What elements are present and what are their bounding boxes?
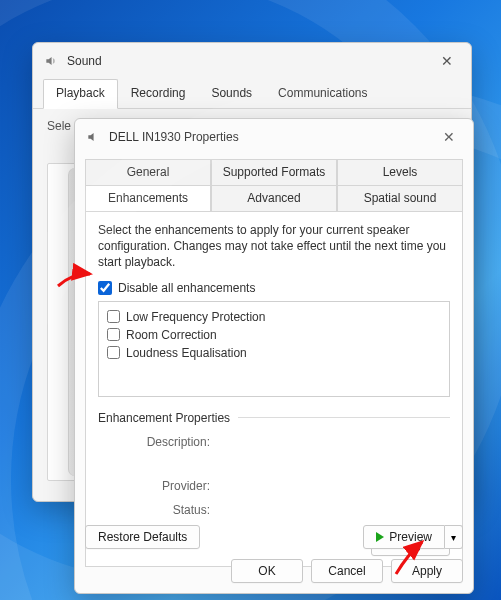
enhancement-properties-group: Enhancement Properties: [98, 411, 450, 425]
speaker-icon: [85, 129, 101, 145]
enhancements-description: Select the enhancements to apply for you…: [98, 222, 450, 271]
tab-levels[interactable]: Levels: [337, 159, 463, 185]
cancel-button[interactable]: Cancel: [311, 559, 383, 583]
sound-tabs: Playback Recording Sounds Communications: [33, 79, 471, 109]
list-item[interactable]: Loudness Equalisation: [107, 344, 441, 362]
prop-provider-row: Provider:: [98, 479, 450, 493]
ok-button[interactable]: OK: [231, 559, 303, 583]
prop-provider-label: Provider:: [98, 479, 218, 493]
prop-description-row: Description:: [98, 435, 450, 449]
annotation-arrow: [392, 538, 436, 582]
prop-status-row: Status:: [98, 503, 450, 517]
sound-device-list[interactable]: [47, 163, 87, 481]
apply-button[interactable]: Apply: [391, 559, 463, 583]
scrollbar[interactable]: [68, 168, 82, 476]
disable-all-checkbox[interactable]: [98, 281, 112, 295]
close-icon[interactable]: ✕: [433, 49, 461, 73]
properties-footer: Restore Defaults Preview ▾ OK Cancel App…: [85, 525, 463, 583]
disable-all-label: Disable all enhancements: [118, 281, 255, 295]
preview-split-button[interactable]: Preview ▾: [363, 525, 463, 549]
prop-status-label: Status:: [98, 503, 218, 517]
chevron-down-icon: ▾: [451, 532, 456, 543]
preview-dropdown[interactable]: ▾: [445, 525, 463, 549]
low-frequency-checkbox[interactable]: [107, 310, 120, 323]
room-correction-checkbox[interactable]: [107, 328, 120, 341]
annotation-arrow: [56, 268, 96, 296]
tab-recording[interactable]: Recording: [118, 79, 199, 108]
list-item[interactable]: Low Frequency Protection: [107, 308, 441, 326]
tab-enhancements[interactable]: Enhancements: [85, 185, 211, 212]
list-item-label: Room Correction: [126, 328, 217, 342]
tab-advanced[interactable]: Advanced: [211, 185, 337, 212]
group-label: Enhancement Properties: [98, 411, 230, 425]
preview-label: Preview: [389, 530, 432, 544]
play-icon: [376, 532, 384, 542]
tab-sounds[interactable]: Sounds: [198, 79, 265, 108]
enhancements-panel: Select the enhancements to apply for you…: [85, 212, 463, 567]
properties-titlebar[interactable]: DELL IN1930 Properties ✕: [75, 119, 473, 155]
tab-spatial-sound[interactable]: Spatial sound: [337, 185, 463, 212]
prop-description-label: Description:: [98, 435, 218, 449]
sound-window: Sound ✕ Playback Recording Sounds Commun…: [32, 42, 472, 502]
tab-supported-formats[interactable]: Supported Formats: [211, 159, 337, 185]
tab-playback[interactable]: Playback: [43, 79, 118, 109]
sound-icon: [43, 53, 59, 69]
preview-button[interactable]: Preview: [363, 525, 445, 549]
list-item[interactable]: Room Correction: [107, 326, 441, 344]
settings-button[interactable]: Settings...: [371, 532, 450, 556]
disable-all-enhancements[interactable]: Disable all enhancements: [98, 281, 450, 295]
enhancements-list[interactable]: Low Frequency Protection Room Correction…: [98, 301, 450, 397]
properties-tabs: General Supported Formats Levels Enhance…: [75, 155, 473, 212]
restore-defaults-button[interactable]: Restore Defaults: [85, 525, 200, 549]
close-icon[interactable]: ✕: [435, 125, 463, 149]
tab-communications[interactable]: Communications: [265, 79, 380, 108]
properties-window: DELL IN1930 Properties ✕ General Support…: [74, 118, 474, 594]
properties-title: DELL IN1930 Properties: [109, 130, 239, 144]
list-item-label: Low Frequency Protection: [126, 310, 265, 324]
sound-title: Sound: [67, 54, 102, 68]
list-item-label: Loudness Equalisation: [126, 346, 247, 360]
tab-general[interactable]: General: [85, 159, 211, 185]
sound-titlebar[interactable]: Sound ✕: [33, 43, 471, 79]
loudness-equalisation-checkbox[interactable]: [107, 346, 120, 359]
